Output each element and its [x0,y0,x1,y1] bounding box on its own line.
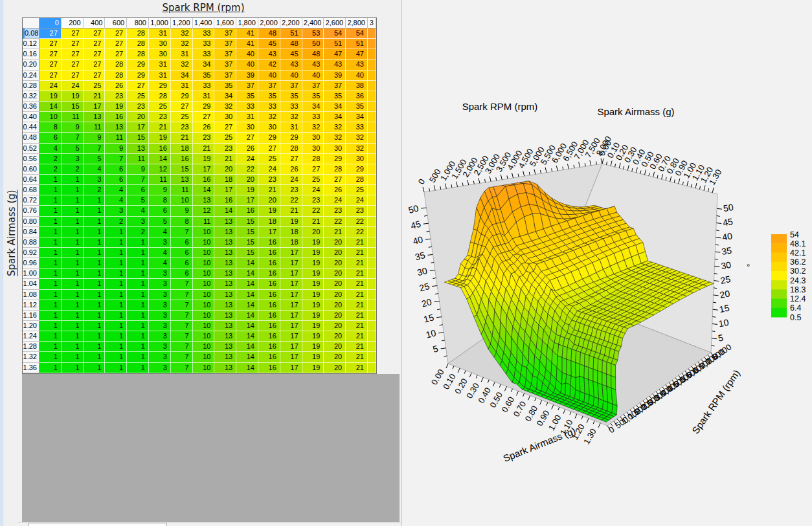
row-header[interactable]: 1.20 [23,321,39,331]
table-cell[interactable]: 1 [127,311,149,321]
table-cell[interactable]: 26 [193,122,215,133]
table-cell[interactable]: 34 [324,102,346,112]
table-cell[interactable]: 13 [214,290,236,300]
table-cell[interactable]: 1 [39,185,62,195]
table-cell[interactable]: 25 [258,154,280,164]
table-cell[interactable]: 21 [324,227,346,237]
table-cell[interactable]: 13 [214,311,236,321]
table-cell[interactable]: 19 [302,268,324,279]
table-cell[interactable]: 11 [127,154,149,164]
table-cell-partial[interactable] [368,122,376,133]
table-cell[interactable]: 31 [149,60,171,70]
table-cell[interactable]: 13 [214,248,236,258]
table-cell[interactable]: 34 [214,91,236,102]
table-cell[interactable]: 6 [149,206,171,216]
row-header[interactable]: 0.88 [23,237,39,248]
table-cell[interactable]: 29 [346,164,368,175]
table-cell[interactable]: 3 [149,311,171,321]
table-cell[interactable]: 17 [280,268,302,279]
row-header[interactable]: 0.24 [23,71,39,81]
table-cell[interactable]: 14 [236,279,258,289]
table-cell[interactable]: 19 [302,331,324,342]
horizontal-scrollbar[interactable] [17,522,401,526]
table-cell[interactable]: 22 [346,227,368,237]
table-cell[interactable]: 27 [280,154,302,164]
table-cell[interactable]: 27 [84,39,106,49]
table-cell[interactable]: 19 [105,102,127,112]
row-header[interactable]: 1.04 [23,279,39,289]
table-cell[interactable]: 14 [236,321,258,331]
table-cell[interactable]: 21 [302,217,324,227]
table-cell[interactable]: 20 [324,363,346,373]
table-cell[interactable]: 40 [302,71,324,81]
table-cell[interactable]: 1 [105,321,127,331]
table-cell[interactable]: 20 [324,311,346,321]
table-cell[interactable]: 10 [39,112,62,122]
table-cell[interactable]: 9 [149,185,171,195]
table-cell[interactable]: 20 [324,300,346,311]
table-cell[interactable]: 1 [62,290,84,300]
table-cell[interactable]: 1 [62,311,84,321]
table-cell[interactable]: 1 [84,206,106,216]
table-cell[interactable]: 20 [127,112,149,122]
column-header[interactable]: 1,600 [214,18,236,28]
table-cell[interactable]: 16 [258,342,280,352]
table-cell[interactable]: 13 [214,279,236,289]
table-cell[interactable]: 29 [149,81,171,91]
table-cell[interactable]: 27 [39,39,62,49]
table-cell[interactable]: 1 [39,268,62,279]
table-cell[interactable]: 14 [236,290,258,300]
table-cell[interactable]: 13 [214,217,236,227]
table-cell[interactable]: 9 [171,206,193,216]
table-cell[interactable]: 34 [302,102,324,112]
table-cell[interactable]: 1 [39,321,62,331]
table-cell[interactable]: 32 [324,122,346,133]
table-cell[interactable]: 5 [62,144,84,154]
table-cell[interactable]: 28 [105,60,127,70]
row-header[interactable]: 0.20 [23,60,39,70]
table-cell[interactable]: 13 [214,237,236,248]
table-cell[interactable]: 27 [39,28,62,39]
table-cell[interactable]: 11 [149,175,171,185]
table-cell[interactable]: 48 [280,39,302,49]
table-cell[interactable]: 1 [62,331,84,342]
table-cell[interactable]: 11 [193,217,215,227]
table-cell[interactable]: 38 [346,81,368,91]
table-cell[interactable]: 33 [193,39,215,49]
table-cell[interactable]: 1 [39,311,62,321]
column-header[interactable]: 2,600 [324,18,346,28]
table-cell[interactable]: 26 [324,185,346,195]
table-cell[interactable]: 22 [236,164,258,175]
table-cell[interactable]: 23 [280,185,302,195]
table-cell[interactable]: 26 [280,164,302,175]
table-cell[interactable]: 32 [171,28,193,39]
table-cell[interactable]: 14 [193,185,215,195]
table-cell[interactable]: 16 [149,144,171,154]
table-cell[interactable]: 13 [171,175,193,185]
table-cell[interactable]: 26 [236,144,258,154]
table-cell[interactable]: 1 [62,352,84,362]
row-header[interactable]: 1.24 [23,331,39,342]
table-cell[interactable]: 18 [214,175,236,185]
table-cell[interactable]: 16 [214,195,236,206]
table-cell[interactable]: 4 [39,144,62,154]
table-cell[interactable]: 28 [105,71,127,81]
table-cell[interactable]: 1 [62,175,84,185]
table-cell[interactable]: 31 [171,49,193,60]
row-header[interactable]: 0.96 [23,258,39,268]
table-cell[interactable]: 37 [302,81,324,91]
table-cell-partial[interactable] [368,268,376,279]
table-cell[interactable]: 10 [193,321,215,331]
table-cell[interactable]: 19 [302,342,324,352]
table-cell[interactable]: 21 [346,258,368,268]
table-cell[interactable]: 1 [84,321,106,331]
table-cell[interactable]: 34 [193,60,215,70]
table-cell[interactable]: 2 [105,217,127,227]
table-cell[interactable]: 3 [84,175,106,185]
column-header[interactable]: 1,400 [193,18,215,28]
table-cell[interactable]: 27 [171,102,193,112]
table-cell[interactable]: 16 [236,206,258,216]
table-cell[interactable]: 1 [84,311,106,321]
table-cell[interactable]: 19 [258,206,280,216]
table-cell[interactable]: 47 [324,49,346,60]
